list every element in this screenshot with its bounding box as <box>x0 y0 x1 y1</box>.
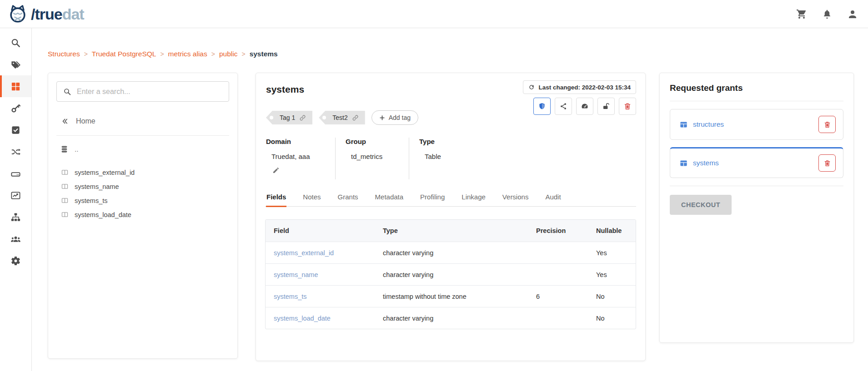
field-link[interactable]: systems_ts <box>266 293 375 300</box>
breadcrumb-separator: > <box>160 50 164 58</box>
table-icon <box>679 159 688 168</box>
columns-icon <box>61 183 69 190</box>
columns-icon <box>61 197 69 204</box>
breadcrumb-link[interactable]: public <box>219 50 238 58</box>
database-icon <box>60 145 69 153</box>
truedat-logo[interactable]: /truedat <box>0 4 84 25</box>
browser-field-item[interactable]: systems_load_date <box>56 208 229 222</box>
breadcrumb-separator: > <box>84 50 88 58</box>
breadcrumb-current: systems <box>250 50 278 58</box>
protection-button[interactable] <box>533 98 551 115</box>
search-input[interactable] <box>77 88 222 96</box>
field-link[interactable]: systems_load_date <box>266 315 375 322</box>
col-header-nullable: Nullable <box>588 227 636 234</box>
tab-versions[interactable]: Versions <box>502 193 529 206</box>
refresh-icon <box>528 84 535 90</box>
sidebar-item-quality[interactable] <box>0 119 31 141</box>
grant-item-link[interactable]: structures <box>693 120 818 129</box>
last-changed-label: Last changed: 2022-02-03 15:34 <box>538 84 631 91</box>
browser-parent-item[interactable]: .. <box>60 145 229 153</box>
sidebar-item-permissions[interactable] <box>0 97 31 119</box>
browser-field-item[interactable]: systems_external_id <box>56 165 229 179</box>
unlock-button[interactable] <box>597 98 615 115</box>
check-square-icon <box>10 125 21 135</box>
browser-home-button[interactable]: Home <box>61 117 229 125</box>
link-icon[interactable] <box>299 114 306 121</box>
table-row: systems_external_id character varying Ye… <box>266 242 636 263</box>
breadcrumb-link[interactable]: Truedat PostgreSQL <box>92 50 156 58</box>
field-item-label: systems_load_date <box>75 211 131 218</box>
sidebar-item-settings[interactable] <box>0 250 31 272</box>
tag-label: Test2 <box>332 114 347 121</box>
sidebar-item-lineage[interactable] <box>0 141 31 163</box>
field-nullable: No <box>588 315 636 322</box>
tag-chip[interactable]: Test2 <box>319 111 365 124</box>
structures-grid-icon <box>10 81 21 92</box>
top-bar: /truedat <box>0 0 868 28</box>
quality-gauge-button[interactable] <box>576 98 593 115</box>
field-type: timestamp without time zone <box>375 293 528 300</box>
shuffle-icon <box>10 147 21 157</box>
remove-grant-button[interactable] <box>818 116 836 133</box>
col-header-field: Field <box>266 227 375 234</box>
tag-chip[interactable]: Tag 1 <box>266 111 312 124</box>
domain-label: Domain <box>266 138 326 145</box>
tab-notes[interactable]: Notes <box>302 193 321 206</box>
field-nullable: No <box>588 293 636 300</box>
browser-field-item[interactable]: systems_ts <box>56 193 229 208</box>
sidebar-item-tags[interactable] <box>0 54 31 75</box>
detail-action-buttons <box>533 98 636 115</box>
share-button[interactable] <box>555 98 572 115</box>
browser-field-item[interactable]: systems_name <box>56 179 229 193</box>
add-tag-label: Add tag <box>389 114 411 121</box>
structure-browser-panel: Home .. systems_external_id systems_name… <box>48 73 238 359</box>
sidebar-item-systems[interactable] <box>0 163 31 184</box>
table-icon <box>679 120 688 129</box>
type-value: Table <box>425 153 441 160</box>
user-icon[interactable] <box>847 9 858 20</box>
breadcrumb-link[interactable]: metrics alias <box>168 50 207 58</box>
tab-fields[interactable]: Fields <box>266 193 286 206</box>
edit-domain-pencil-icon[interactable] <box>272 167 280 174</box>
unlock-icon <box>602 102 610 110</box>
last-changed-button[interactable]: Last changed: 2022-02-03 15:34 <box>523 80 636 94</box>
requested-grants-panel: Requested grants structures systems <box>659 73 854 343</box>
field-item-label: systems_external_id <box>75 169 135 176</box>
table-row: systems_ts timestamp without time zone 6… <box>266 285 636 307</box>
breadcrumb-link[interactable]: Structures <box>48 50 80 58</box>
home-label: Home <box>76 117 95 125</box>
tab-linkage[interactable]: Linkage <box>461 193 486 206</box>
storage-drive-icon <box>10 168 21 179</box>
group-value: td_metrics <box>351 153 400 160</box>
tab-metadata[interactable]: Metadata <box>375 193 404 206</box>
sidebar-item-domains[interactable] <box>0 206 31 228</box>
trash-icon <box>823 121 831 129</box>
key-icon <box>10 103 21 114</box>
link-icon[interactable] <box>352 114 359 121</box>
remove-grant-button[interactable] <box>818 154 836 172</box>
grant-item-structures: structures <box>670 109 843 140</box>
checkout-button[interactable]: CHECKOUT <box>670 195 732 215</box>
field-nullable: Yes <box>588 271 636 278</box>
breadcrumb-separator: > <box>241 50 245 58</box>
shield-icon <box>538 102 546 110</box>
tab-grants[interactable]: Grants <box>337 193 359 206</box>
add-tag-button[interactable]: Add tag <box>371 110 418 125</box>
trash-icon <box>823 159 831 167</box>
meta-type: Type Table <box>409 138 450 179</box>
tab-profiling[interactable]: Profiling <box>420 193 445 206</box>
browser-field-list: systems_external_id systems_name systems… <box>56 165 229 222</box>
field-link[interactable]: systems_external_id <box>266 249 375 257</box>
sidebar-item-dashboards[interactable] <box>0 184 31 206</box>
tab-audit[interactable]: Audit <box>545 193 561 206</box>
bell-icon[interactable] <box>822 9 833 20</box>
field-link[interactable]: systems_name <box>266 271 375 278</box>
sidebar-item-roles[interactable] <box>0 228 31 250</box>
grant-item-link[interactable]: systems <box>693 159 818 167</box>
delete-structure-button[interactable] <box>619 98 636 115</box>
logo-wordmark: /truedat <box>31 6 84 22</box>
sidebar-item-search[interactable] <box>0 32 31 54</box>
cart-icon[interactable] <box>796 9 807 20</box>
col-header-type: Type <box>375 227 528 234</box>
sidebar-item-structures[interactable] <box>0 75 31 97</box>
